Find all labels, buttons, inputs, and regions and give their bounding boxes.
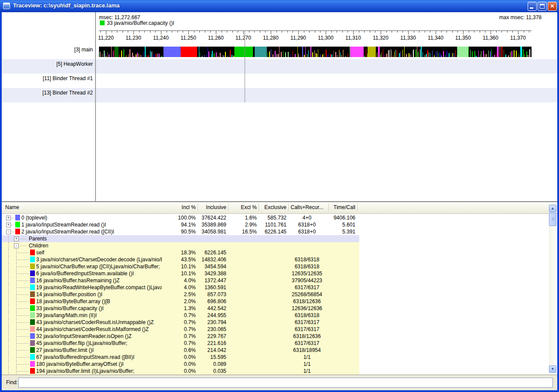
ruler-tick: [441, 31, 442, 33]
ruler-tick: [491, 31, 491, 34]
tree-line: [17, 329, 29, 330]
close-button[interactable]: ✕: [548, 2, 557, 11]
table-row[interactable]: 18 java/nio/ByteBuffer.array ()[B2.0%696…: [2, 298, 359, 305]
column-header-incl-pct[interactable]: Incl %: [163, 204, 196, 210]
table-row[interactable]: +1 java/io/InputStreamReader.read ()I94.…: [2, 221, 359, 228]
expand-icon[interactable]: +: [6, 216, 11, 220]
ruler-tick: [194, 31, 194, 33]
table-row[interactable]: self18.3%6226.145: [2, 249, 359, 256]
tree-line: [17, 287, 29, 288]
table-row[interactable]: 33 java/nio/Buffer.capacity ()I1.3%442.5…: [2, 305, 359, 312]
method-name: 194 java/nio/Buffer.limit (I)Ljava/nio/B…: [36, 368, 162, 374]
color-chip: [15, 222, 20, 227]
table-row[interactable]: 27 java/nio/Buffer.limit ()I0.6%214.0426…: [2, 347, 359, 354]
column-header-calls[interactable]: Calls+Recur...: [287, 204, 327, 210]
table-row[interactable]: 19 java/nio/ReadWriteHeapByteBuffer.comp…: [2, 284, 359, 291]
table-row[interactable]: +Parents: [2, 235, 359, 242]
table-row[interactable]: -Children: [2, 242, 359, 249]
minimize-button[interactable]: [528, 2, 537, 11]
table-row[interactable]: 194 java/nio/Buffer.limit (I)Ljava/nio/B…: [2, 368, 359, 375]
collapse-icon[interactable]: -: [6, 230, 11, 234]
table-row[interactable]: 3 java/nio/charset/CharsetDecoder.decode…: [2, 256, 359, 263]
collapse-icon[interactable]: -: [14, 243, 19, 248]
ruler-tick: [408, 31, 409, 34]
expand-icon[interactable]: +: [6, 223, 11, 227]
tree-line: [17, 260, 29, 260]
tree-line: [17, 267, 29, 267]
cell-calls: 1/1: [287, 354, 327, 360]
table-row[interactable]: 45 java/nio/Buffer.flip ()Ljava/nio/Buff…: [2, 340, 359, 347]
cell-calls: 6318/12636: [287, 298, 327, 304]
vertical-scrollbar[interactable]: ▲ ☰ ▼: [549, 205, 556, 373]
find-input[interactable]: [18, 378, 553, 388]
timeline-cursor-line[interactable]: [245, 30, 245, 102]
ruler-tick: [326, 31, 326, 34]
title-bar[interactable]: Traceview: c:\syuh\df_siapin.trace.lama …: [0, 0, 559, 12]
tree-line: [17, 364, 29, 365]
table-row[interactable]: 6 java/io/BufferedInputStream.available …: [2, 270, 359, 277]
cell-calls: 6318+0: [287, 229, 327, 235]
main-thread-trace[interactable]: [99, 47, 532, 57]
find-bar: Find:: [2, 375, 557, 390]
table-row[interactable]: 5 java/nio/CharBuffer.wrap ([CII)Ljava/n…: [2, 263, 359, 270]
column-header-inclusive[interactable]: Inclusive: [197, 204, 226, 210]
timeline-panel[interactable]: [3] main[5] HeapWorker[11] Binder Thread…: [2, 12, 557, 201]
maximize-button[interactable]: [538, 2, 547, 11]
ruler-tick: [386, 31, 387, 33]
table-row[interactable]: 16 java/nio/Buffer.hasRemaining ()Z4.0%1…: [2, 277, 359, 284]
ruler-tick: [144, 31, 145, 33]
column-header-time-per-call[interactable]: Time/Call: [327, 204, 355, 210]
method-name: 0 (toplevel): [21, 215, 162, 221]
color-chip: [30, 250, 35, 255]
tree-line: [11, 218, 15, 218]
ruler-tick: [177, 31, 178, 33]
thread-row[interactable]: [5] HeapWorker: [2, 59, 557, 74]
ruler-tick: [265, 31, 266, 33]
cell-exclusive: 6226.145: [258, 229, 286, 235]
ruler-tick: [199, 31, 200, 33]
cell-incl-pct: 10.1%: [163, 270, 196, 277]
table-row[interactable]: +0 (toplevel)100.0%37624.4221.6%585.7324…: [2, 214, 359, 221]
cell-incl-pct: 18.3%: [163, 250, 196, 256]
tree-line: [17, 357, 29, 358]
thread-row[interactable]: [11] Binder Thread #1: [2, 74, 557, 88]
column-header-name[interactable]: Name: [5, 204, 19, 210]
tree-line: [17, 253, 29, 253]
color-chip: [30, 326, 35, 332]
table-row[interactable]: 14 java/nio/Buffer.position ()I2.5%857.0…: [2, 291, 359, 298]
cell-time-per-call: 5.391: [327, 229, 355, 235]
table-row[interactable]: -2 java/io/InputStreamReader.read ([CII)…: [2, 228, 359, 235]
scrollbar-down-button[interactable]: ▼: [549, 365, 556, 373]
cell-incl-pct: 0.7%: [163, 340, 196, 346]
ruler-tick: [529, 31, 529, 33]
ruler-tick: [139, 31, 140, 33]
ruler-tick: [320, 31, 320, 33]
method-name: Children: [29, 243, 162, 249]
column-header-excl-pct[interactable]: Excl %: [227, 204, 257, 210]
table-row[interactable]: 39 java/lang/Math.min (II)I0.7%244.95563…: [2, 312, 359, 319]
cell-incl-pct: 0.0%: [163, 368, 196, 374]
scrollbar-up-button[interactable]: ▲: [549, 205, 556, 212]
table-row[interactable]: 43 java/nio/charset/CoderResult.isUnmapp…: [2, 319, 359, 326]
tree-line: [20, 246, 26, 246]
cell-inclusive: 230.065: [197, 326, 226, 332]
table-row[interactable]: 44 java/nio/charset/CoderResult.isMalfor…: [2, 326, 359, 333]
ruler-tick: [501, 31, 502, 33]
table-row[interactable]: 67 java/io/BufferedInputStream.read ([BI…: [2, 354, 359, 361]
expand-icon[interactable]: +: [14, 237, 19, 241]
color-chip: [30, 312, 35, 318]
scrollbar-thumb[interactable]: ☰: [549, 213, 556, 226]
ruler-label: 11,270: [230, 35, 256, 41]
cell-time-per-call: 5.601: [327, 222, 355, 228]
tree-line: [8, 235, 9, 242]
cell-inclusive: 1360.591: [197, 284, 226, 291]
tree-line: [17, 274, 29, 274]
method-name: 19 java/nio/ReadWriteHeapByteBuffer.comp…: [36, 284, 162, 291]
color-chip: [15, 215, 20, 220]
thread-row[interactable]: [13] Binder Thread #2: [2, 88, 557, 102]
column-header-exclusive[interactable]: Exclusive: [258, 204, 286, 210]
tree-line: [17, 371, 29, 372]
table-row[interactable]: 180 java/nio/ByteBuffer.arrayOffset ()I0…: [2, 361, 359, 368]
tree-line: [8, 263, 9, 270]
table-row[interactable]: 32 java/io/InputStreamReader.isOpen ()Z0…: [2, 333, 359, 340]
